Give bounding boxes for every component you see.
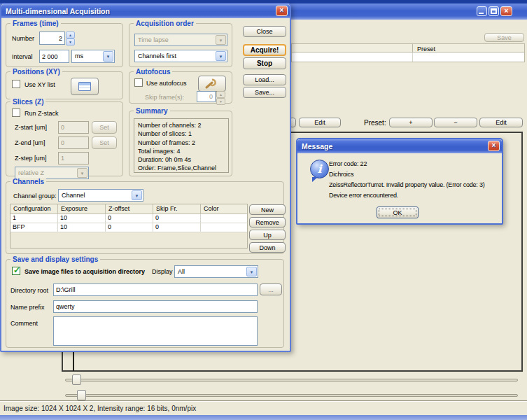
stop-button[interactable]: Stop (243, 57, 286, 69)
channel-up-button[interactable]: Up (249, 230, 286, 240)
name-prefix-input[interactable] (53, 300, 258, 313)
interval-unit-combo[interactable]: ms ▼ (71, 50, 115, 63)
channels-table-header: Configuration Exposure Z-offset Skip Fr.… (10, 204, 247, 214)
order-combo[interactable]: Channels first ▼ (134, 50, 227, 62)
name-prefix-label: Name prefix (10, 304, 45, 311)
positions-group: Positions (XY) Use XY list (6, 71, 123, 99)
minimize-button[interactable] (477, 6, 487, 16)
mda-titlebar[interactable]: Multi-dimensional Acquisition × (1, 4, 290, 18)
zstart-input[interactable] (58, 121, 89, 134)
status-text: Image size: 1024 X 1024 X 2, Intensity r… (3, 405, 196, 412)
contrast-slider-handle-min[interactable] (72, 374, 81, 385)
directory-root-label: Directory root (10, 287, 48, 294)
close-dialog-button[interactable]: Close (243, 26, 286, 37)
close-window-button[interactable]: × (500, 6, 512, 16)
channel-group-label: Channel group: (13, 192, 57, 200)
column-header[interactable]: Color (201, 204, 246, 214)
ok-button[interactable]: OK (377, 206, 419, 218)
minimize-icon (479, 13, 484, 14)
preset-remove-button[interactable]: − (434, 118, 477, 127)
channel-new-button[interactable]: New (249, 204, 286, 215)
time-lapse-combo[interactable]: Time lapse ▼ (134, 34, 227, 46)
chevron-down-icon: ▼ (103, 51, 113, 62)
spinner-up-icon[interactable]: ▲ (216, 91, 225, 98)
column-header[interactable]: Z-offset (106, 204, 153, 214)
preset-add-button[interactable]: + (389, 118, 433, 127)
zstep-label: Z-step [um] (15, 155, 47, 162)
skip-frames-spinner: ▲ ▼ (197, 91, 216, 102)
channel-row[interactable]: 1 10 0 0 (10, 214, 247, 223)
channel-down-button[interactable]: Down (249, 242, 286, 253)
column-header[interactable]: Skip Fr. (153, 204, 201, 214)
zend-input[interactable] (58, 136, 89, 149)
preset-label: Preset: (364, 119, 386, 127)
xy-list-button[interactable] (71, 78, 99, 95)
summary-legend: Summary (134, 107, 170, 115)
channels-group: Channels Channel group: Channel ▼ Config… (6, 181, 284, 254)
message-titlebar[interactable]: Message × (297, 139, 502, 153)
browse-button[interactable]: ... (260, 284, 282, 295)
zstart-label: Z-start [um] (15, 124, 47, 131)
preset-save-button[interactable]: Save (484, 33, 524, 42)
channels-legend: Channels (10, 178, 46, 186)
wrench-icon (204, 78, 220, 90)
spinner-down-icon[interactable]: ▼ (66, 38, 75, 46)
preset-table-row[interactable] (291, 52, 525, 62)
message-line: Device error encountered. (329, 192, 398, 199)
display-label: Display (152, 268, 173, 275)
spinner-down-icon[interactable]: ▼ (216, 98, 225, 105)
display-combo[interactable]: All ▼ (174, 265, 258, 278)
channel-row[interactable]: BFP 10 0 0 (10, 223, 247, 232)
mda-title: Multi-dimensional Acquisition (6, 7, 110, 15)
close-icon: × (280, 6, 284, 14)
summary-line: Number of slices: 1 (138, 130, 225, 138)
spinner-up-icon[interactable]: ▲ (66, 31, 75, 38)
zend-set-button[interactable]: Set (92, 136, 117, 149)
save-settings-group: Save and display settings ✓ Save image f… (6, 259, 284, 348)
frames-group: Frames (time) Number ▲ ▼ Interval ms ▼ (6, 23, 123, 67)
skip-frames-input[interactable] (197, 91, 216, 102)
save-files-checkbox[interactable]: ✓ (12, 267, 20, 275)
acquisition-order-legend: Acquisition order (134, 20, 196, 27)
channel-group-combo[interactable]: Channel ▼ (58, 189, 143, 202)
use-xy-checkbox[interactable] (12, 80, 20, 88)
contrast-slider-track-max[interactable] (65, 394, 518, 397)
histogram-spike (73, 352, 74, 371)
message-dialog: Message × i Error code: 22 Dichroics Zei… (296, 138, 503, 225)
zstep-input[interactable] (58, 152, 89, 164)
summary-line: Number of channels: 2 (138, 121, 225, 130)
chevron-down-icon: ▼ (77, 168, 87, 178)
contrast-slider-track-min[interactable] (65, 379, 518, 382)
comment-input[interactable] (53, 316, 258, 346)
channel-remove-button[interactable]: Remove (249, 217, 286, 227)
mda-close-button[interactable]: × (276, 6, 288, 16)
group-edit-button[interactable]: Edit (299, 118, 341, 127)
autofocus-options-button[interactable] (198, 76, 226, 92)
frames-number-input[interactable] (39, 31, 65, 45)
maximize-button[interactable] (489, 6, 499, 16)
run-zstack-label: Run Z-stack (24, 110, 59, 117)
summary-group: Summary Number of channels: 2 Number of … (129, 111, 232, 176)
checkmark-icon: ✓ (13, 265, 20, 275)
interval-input[interactable] (39, 50, 69, 63)
save-settings-button[interactable]: Save... (243, 87, 286, 98)
acquire-button[interactable]: Acquire! (243, 44, 286, 56)
run-zstack-checkbox[interactable] (12, 108, 20, 117)
chevron-down-icon: ▼ (216, 51, 226, 61)
autofocus-group: Autofocus Use autofocus Skip frame(s): ▲… (129, 71, 232, 104)
zstart-set-button[interactable]: Set (92, 121, 117, 134)
info-icon: i (310, 160, 329, 178)
column-header[interactable]: Configuration (10, 204, 58, 214)
column-header[interactable]: Exposure (58, 204, 106, 214)
message-close-button[interactable]: × (488, 141, 500, 151)
contrast-slider-handle-max[interactable] (77, 390, 86, 400)
message-line: ZeissReflectorTurret. Invalid property v… (329, 181, 485, 188)
load-button[interactable]: Load... (243, 74, 286, 85)
use-autofocus-label: Use autofocus (146, 80, 187, 87)
directory-root-input[interactable] (53, 284, 258, 296)
save-settings-legend: Save and display settings (10, 255, 100, 263)
preset-edit-button[interactable]: Edit (479, 118, 523, 127)
chevron-down-icon: ▼ (216, 35, 226, 45)
chevron-down-icon: ▼ (132, 190, 142, 200)
use-autofocus-checkbox[interactable] (134, 78, 143, 87)
